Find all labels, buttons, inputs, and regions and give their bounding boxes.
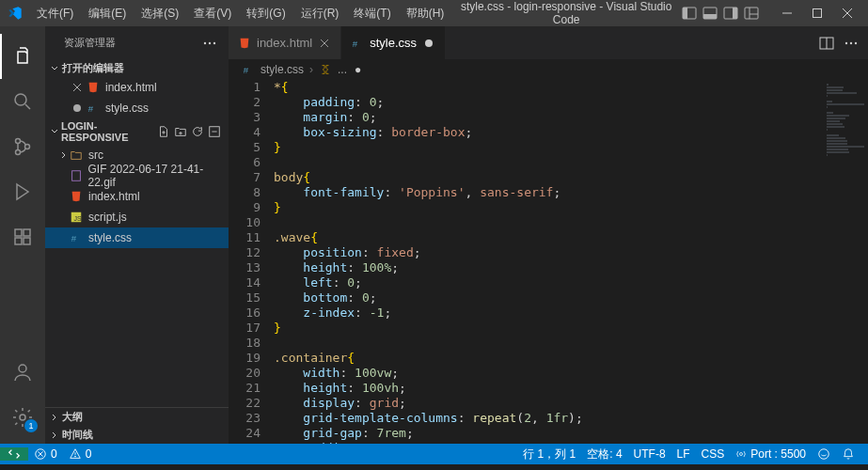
editor-tab[interactable]: #style.css [341, 26, 446, 59]
chevron-down-icon [49, 126, 61, 137]
new-folder-icon[interactable] [174, 125, 187, 138]
explorer-icon[interactable] [0, 34, 45, 79]
explorer-title: 资源管理器 [64, 36, 116, 50]
remote-icon[interactable] [0, 447, 28, 461]
code-content[interactable]: *{ padding: 0; margin: 0; box-sizing: bo… [274, 80, 813, 444]
indentation[interactable]: 空格: 4 [581, 446, 627, 462]
css-file-icon: # [87, 102, 102, 115]
html-file-icon [87, 81, 102, 94]
menu-item[interactable]: 查看(V) [187, 2, 238, 25]
breadcrumb[interactable]: # style.css › ... ● [229, 59, 868, 80]
close-icon[interactable] [318, 38, 331, 49]
warnings-indicator[interactable]: 0 [63, 447, 98, 461]
file-name: style.css [105, 102, 149, 115]
minimize-icon[interactable] [774, 4, 800, 23]
minimap[interactable] [813, 80, 868, 444]
file-tree-item[interactable]: GIF 2022-06-17 21-41-22.gif [45, 165, 229, 186]
errors-indicator[interactable]: 0 [28, 447, 63, 461]
account-icon[interactable] [0, 350, 45, 395]
svg-rect-19 [15, 238, 22, 244]
svg-point-26 [213, 41, 215, 43]
language-mode[interactable]: CSS [696, 446, 731, 462]
maximize-icon[interactable] [804, 4, 830, 23]
vscode-logo-icon [8, 6, 23, 21]
menu-item[interactable]: 帮助(H) [400, 2, 451, 25]
panel-bottom-icon[interactable] [702, 6, 718, 21]
feedback-icon[interactable] [812, 446, 836, 462]
refresh-icon[interactable] [191, 125, 204, 138]
svg-rect-10 [813, 9, 822, 18]
activity-bar: 1 [0, 26, 45, 444]
menu-item[interactable]: 终端(T) [347, 2, 397, 25]
svg-point-56 [819, 449, 829, 460]
svg-point-17 [25, 145, 30, 149]
file-tree-item[interactable]: #style.css [45, 227, 229, 248]
html-file-icon [238, 37, 251, 50]
line-numbers: 1234567891011121314151617181920212223242… [229, 80, 274, 444]
extensions-icon[interactable] [0, 214, 45, 259]
settings-gear-icon[interactable]: 1 [0, 395, 45, 440]
svg-line-14 [25, 104, 30, 109]
timeline-header[interactable]: 时间线 [45, 426, 229, 444]
svg-text:#: # [353, 38, 358, 48]
svg-point-54 [74, 456, 75, 457]
editor-tab[interactable]: index.html [229, 26, 341, 59]
explorer-sidebar: 资源管理器 打开的编辑器 index.html#style.css LOGIN-… [45, 26, 229, 444]
svg-point-22 [19, 365, 26, 372]
folder-header[interactable]: LOGIN-RESPONSIVE [45, 118, 229, 145]
svg-rect-21 [24, 229, 30, 236]
svg-point-29 [73, 104, 81, 112]
open-editors-header[interactable]: 打开的编辑器 [45, 59, 229, 77]
close-icon[interactable] [71, 82, 85, 93]
menu-item[interactable]: 选择(S) [134, 2, 185, 25]
file-name: GIF 2022-06-17 21-41-22.gif [88, 163, 229, 189]
more-icon[interactable] [202, 36, 217, 51]
eol[interactable]: LF [671, 446, 696, 462]
symbol-icon [319, 63, 332, 76]
menu-item[interactable]: 运行(R) [294, 2, 346, 25]
new-file-icon[interactable] [157, 125, 170, 138]
svg-point-46 [845, 41, 847, 43]
run-debug-icon[interactable] [0, 169, 45, 214]
close-icon[interactable] [834, 4, 860, 23]
open-editors-label: 打开的编辑器 [62, 61, 124, 75]
breadcrumb-file: style.css [260, 63, 304, 76]
panel-right-icon[interactable] [723, 6, 738, 21]
svg-text:#: # [244, 65, 249, 75]
menu-item[interactable]: 转到(G) [240, 2, 292, 25]
menu-item[interactable]: 编辑(E) [82, 2, 133, 25]
collapse-icon[interactable] [208, 125, 221, 138]
outline-header[interactable]: 大纲 [45, 408, 229, 426]
panel-left-icon[interactable] [682, 6, 697, 21]
file-name: script.js [88, 211, 127, 224]
svg-point-55 [740, 453, 743, 456]
modified-dot-icon[interactable] [71, 102, 85, 114]
svg-text:#: # [88, 103, 94, 114]
encoding[interactable]: UTF-8 [628, 446, 671, 462]
modified-dot-icon[interactable] [422, 39, 435, 47]
css-file-icon: # [351, 37, 364, 50]
code-editor[interactable]: 1234567891011121314151617181920212223242… [229, 80, 868, 444]
svg-rect-18 [15, 229, 22, 236]
menu-item[interactable]: 文件(F) [30, 2, 80, 25]
open-editor-item[interactable]: index.html [45, 77, 229, 98]
tab-label: style.css [370, 36, 417, 50]
file-name: index.html [105, 81, 157, 94]
layout-icon[interactable] [744, 6, 759, 21]
open-editor-item[interactable]: #style.css [45, 98, 229, 118]
svg-rect-3 [703, 14, 717, 19]
source-control-icon[interactable] [0, 124, 45, 169]
live-server-port[interactable]: Port : 5500 [730, 446, 812, 462]
cursor-position[interactable]: 行 1，列 1 [517, 446, 581, 462]
svg-rect-5 [733, 8, 737, 19]
menu-bar: 文件(F)编辑(E)选择(S)查看(V)转到(G)运行(R)终端(T)帮助(H) [30, 2, 450, 25]
folder-label: LOGIN-RESPONSIVE [61, 120, 157, 143]
search-icon[interactable] [0, 79, 45, 124]
bell-icon[interactable] [836, 446, 860, 462]
svg-rect-6 [745, 8, 758, 19]
file-tree-item[interactable]: index.html [45, 186, 229, 207]
more-icon[interactable] [844, 36, 859, 51]
tab-label: index.html [257, 36, 312, 50]
file-tree-item[interactable]: JSscript.js [45, 207, 229, 227]
split-editor-icon[interactable] [819, 36, 834, 51]
